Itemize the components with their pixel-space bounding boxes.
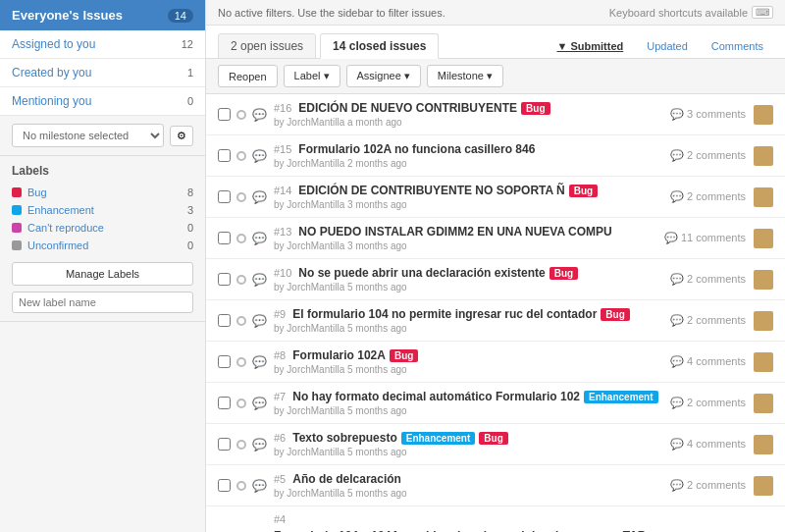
tabs-left: 2 open issues14 closed issues xyxy=(218,33,439,58)
milestone-section: No milestone selected ⚙ xyxy=(0,116,205,156)
issue-title-3[interactable]: NO PUEDO INSTALAR GDIMM2 EN UNA NUEVA CO… xyxy=(298,225,611,239)
issue-title-6[interactable]: Formulario 102A xyxy=(292,348,386,362)
label-name-3[interactable]: Unconfirmed xyxy=(12,239,88,251)
issue-comment-icon-2: 💬 xyxy=(252,190,266,204)
tabs-right: ▼ SubmittedUpdatedComments xyxy=(548,36,774,56)
issue-comment-count-1: 💬 2 comments xyxy=(670,149,746,162)
label-name-0[interactable]: Bug xyxy=(12,186,47,198)
issue-title-4[interactable]: No se puede abrir una declaración existe… xyxy=(298,266,545,280)
avatar-6 xyxy=(754,352,773,372)
issue-meta-3: by JorchMantilla 3 months ago xyxy=(274,240,664,251)
keyboard-icon: ⌨ xyxy=(752,6,773,19)
manage-labels-button[interactable]: Manage Labels xyxy=(12,262,193,286)
label-count-0: 8 xyxy=(187,186,193,198)
issue-checkbox-6[interactable] xyxy=(218,355,231,368)
issue-label-tag: Enhancement xyxy=(401,432,476,445)
issue-checkbox-8[interactable] xyxy=(218,438,231,451)
issue-checkbox-5[interactable] xyxy=(218,314,231,327)
sidebar-item-2[interactable]: Mentioning you0 xyxy=(0,87,205,116)
sidebar: Everyone's Issues 14 Assigned to you12Cr… xyxy=(0,0,206,532)
avatar-5 xyxy=(754,311,773,331)
issue-number-2: #14 xyxy=(274,185,291,196)
issue-right-8: 💬 4 comments xyxy=(670,435,773,454)
issue-status-dot-8 xyxy=(236,440,246,450)
label-name-2[interactable]: Can't reproduce xyxy=(12,222,104,234)
sidebar-header[interactable]: Everyone's Issues 14 xyxy=(0,0,205,30)
actions-bar: ReopenLabel ▾Assignee ▾Milestone ▾ xyxy=(206,59,785,94)
issue-title-2[interactable]: EDICIÓN DE CONTRIBUYENTE NO SOPORTA Ñ xyxy=(298,184,564,197)
table-row: 💬 #9 El formulario 104 no permite ingres… xyxy=(206,300,785,342)
issue-meta-1: by JorchMantilla 2 months ago xyxy=(274,158,670,169)
issue-status-dot-0 xyxy=(236,110,246,120)
avatar-0 xyxy=(754,105,773,125)
labels-section: Labels Bug 8 Enhancement 3 Can't reprodu… xyxy=(0,156,205,322)
issue-number-10: #4 xyxy=(274,513,286,525)
issue-comment-icon-3: 💬 xyxy=(252,232,266,245)
issue-title-0[interactable]: EDICIÓN DE NUEVO CONTRIBUYENTE xyxy=(298,101,517,115)
issue-label-tag: Bug xyxy=(550,267,578,280)
table-row: 💬 #10 No se puede abrir una declaración … xyxy=(206,259,785,300)
label-name-1[interactable]: Enhancement xyxy=(12,204,94,216)
issue-right-1: 💬 2 comments xyxy=(670,146,773,166)
issue-content-3: #13 NO PUEDO INSTALAR GDIMM2 EN UNA NUEV… xyxy=(274,225,664,251)
issue-checkbox-0[interactable] xyxy=(218,108,231,121)
filter-text: No active filters. Use the sidebar to fi… xyxy=(218,7,445,19)
issue-comment-icon-1: 💬 xyxy=(252,149,266,163)
issue-meta-5: by JorchMantilla 5 months ago xyxy=(274,323,670,334)
issue-comment-icon-4: 💬 xyxy=(252,273,266,287)
sort-btn-2[interactable]: Comments xyxy=(702,36,773,56)
issue-meta-7: by JorchMantilla 5 months ago xyxy=(274,405,670,416)
issue-comment-count-3: 💬 11 comments xyxy=(664,232,746,244)
avatar-4 xyxy=(754,270,773,290)
issue-checkbox-3[interactable] xyxy=(218,232,231,244)
milestone-select[interactable]: No milestone selected xyxy=(12,124,164,147)
avatar-9 xyxy=(754,476,773,496)
issue-right-9: 💬 2 comments xyxy=(670,476,773,496)
sidebar-item-1[interactable]: Created by you1 xyxy=(0,59,205,87)
issue-checkbox-2[interactable] xyxy=(218,190,231,203)
milestone-gear-button[interactable]: ⚙ xyxy=(170,126,193,146)
action-btn-1[interactable]: Label ▾ xyxy=(284,65,340,87)
table-row: 💬 #7 No hay formato decimal automático F… xyxy=(206,383,785,424)
issue-checkbox-7[interactable] xyxy=(218,397,231,409)
issue-checkbox-1[interactable] xyxy=(218,149,231,162)
issue-comment-icon-9: 💬 xyxy=(252,479,266,493)
issue-number-5: #9 xyxy=(274,308,286,320)
table-row: 💬 #8 Formulario 102A Bug by JorchMantill… xyxy=(206,342,785,383)
label-dot-2 xyxy=(12,223,22,233)
label-item-2: Can't reproduce 0 xyxy=(12,219,193,237)
issue-comment-icon-7: 💬 xyxy=(252,397,266,410)
issue-meta-8: by JorchMantilla 5 months ago xyxy=(274,447,670,457)
main-content: No active filters. Use the sidebar to fi… xyxy=(206,0,785,532)
issue-title-5[interactable]: El formulario 104 no permite ingresar ru… xyxy=(292,307,597,321)
issue-content-5: #9 El formulario 104 no permite ingresar… xyxy=(274,307,670,334)
issue-content-9: #5 Año de delcaración by JorchMantilla 5… xyxy=(274,472,670,499)
issue-title-7[interactable]: No hay formato decimal automático Formul… xyxy=(292,390,580,403)
issue-title-9[interactable]: Año de delcaración xyxy=(292,472,401,486)
issue-checkbox-9[interactable] xyxy=(218,479,231,492)
label-count-2: 0 xyxy=(187,222,193,234)
table-row: 💬 #4 Formulario 104 y 104A cambian de va… xyxy=(206,506,785,532)
issue-checkbox-4[interactable] xyxy=(218,273,231,286)
sort-btn-0[interactable]: ▼ Submitted xyxy=(548,36,634,56)
issues-list: 💬 #16 EDICIÓN DE NUEVO CONTRIBUYENTE Bug… xyxy=(206,94,785,532)
tab-1[interactable]: 14 closed issues xyxy=(320,33,439,59)
issue-status-dot-2 xyxy=(236,192,246,202)
action-btn-2[interactable]: Assignee ▾ xyxy=(346,65,421,87)
issue-number-8: #6 xyxy=(274,432,286,444)
issue-number-1: #15 xyxy=(274,143,291,155)
action-btn-3[interactable]: Milestone ▾ xyxy=(427,65,503,87)
issue-right-4: 💬 2 comments xyxy=(670,270,773,290)
tab-0[interactable]: 2 open issues xyxy=(218,33,316,59)
issue-status-dot-3 xyxy=(236,234,246,243)
issue-status-dot-4 xyxy=(236,275,246,285)
new-label-input[interactable] xyxy=(12,292,193,313)
sort-btn-1[interactable]: Updated xyxy=(637,36,698,56)
issue-title-1[interactable]: Formulario 102A no funciona casillero 84… xyxy=(298,142,535,156)
issue-status-dot-5 xyxy=(236,316,246,326)
issue-content-7: #7 No hay formato decimal automático For… xyxy=(274,390,670,416)
action-btn-0[interactable]: Reopen xyxy=(218,65,278,87)
issue-number-4: #10 xyxy=(274,267,291,279)
sidebar-item-0[interactable]: Assigned to you12 xyxy=(0,30,205,59)
issue-title-8[interactable]: Texto sobrepuesto xyxy=(292,431,396,445)
